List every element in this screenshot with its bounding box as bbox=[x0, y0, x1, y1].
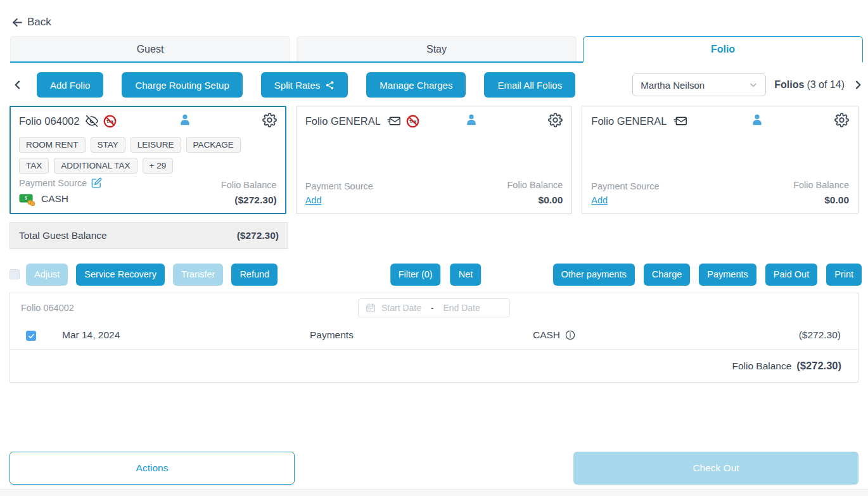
payment-source-label: Payment Source bbox=[19, 178, 87, 188]
svg-text:$: $ bbox=[25, 196, 27, 201]
guest-person-icon[interactable] bbox=[751, 113, 763, 126]
tag-package: PACKAGE bbox=[186, 137, 241, 153]
folio-cards: Folio 064002 TAX ROOM RENT bbox=[10, 106, 858, 214]
folios-label: Folios bbox=[774, 79, 804, 91]
transaction-amount: ($272.30) bbox=[799, 329, 841, 341]
payments-button[interactable]: Payments bbox=[699, 264, 756, 286]
tag-leisure: LEISURE bbox=[131, 137, 181, 153]
folio-balance-label: Folio Balance bbox=[507, 180, 563, 190]
transaction-row[interactable]: Mar 14, 2024 Payments CASH ($272.30) bbox=[10, 322, 858, 350]
print-button[interactable]: Print bbox=[826, 264, 862, 286]
transactions-table: Folio 064002 Start Date - End Date Mar 1… bbox=[10, 293, 858, 383]
total-guest-balance: Total Guest Balance ($272.30) bbox=[10, 222, 288, 249]
tag-additional-tax: ADDITIONAL TAX bbox=[54, 158, 137, 174]
total-guest-balance-label: Total Guest Balance bbox=[19, 230, 107, 241]
send-email-icon[interactable] bbox=[673, 115, 688, 127]
eye-slash-icon[interactable] bbox=[85, 115, 99, 127]
folio-card-title: Folio GENERAL bbox=[305, 115, 381, 127]
folio-card-general-1[interactable]: Folio GENERAL TAX Paym bbox=[296, 106, 573, 214]
tab-guest[interactable]: Guest bbox=[10, 36, 290, 61]
transfer-button[interactable]: Transfer bbox=[173, 264, 223, 286]
folio-card-title: Folio 064002 bbox=[19, 115, 79, 127]
select-all-checkbox[interactable] bbox=[10, 269, 20, 279]
folio-card-064002[interactable]: Folio 064002 TAX ROOM RENT bbox=[10, 106, 286, 214]
transaction-date: Mar 14, 2024 bbox=[62, 329, 120, 341]
back-button[interactable]: Back bbox=[11, 16, 51, 29]
table-folio-balance-value: ($272.30) bbox=[796, 360, 841, 372]
gear-icon[interactable] bbox=[262, 113, 277, 127]
guest-person-icon[interactable] bbox=[465, 113, 478, 126]
info-icon[interactable] bbox=[565, 330, 575, 340]
folios-counter: Folios (3 of 14) bbox=[774, 79, 845, 91]
tab-folio[interactable]: Folio bbox=[583, 36, 863, 63]
folio-balance-value: $0.00 bbox=[793, 194, 849, 206]
chevron-right-icon[interactable] bbox=[853, 79, 863, 91]
email-all-folios-button[interactable]: Email All Folios bbox=[484, 72, 575, 98]
net-button[interactable]: Net bbox=[450, 264, 482, 286]
folio-card-title: Folio GENERAL bbox=[591, 115, 667, 127]
refund-button[interactable]: Refund bbox=[231, 264, 278, 286]
no-tax-icon[interactable]: TAX bbox=[103, 115, 117, 128]
tab-stay[interactable]: Stay bbox=[297, 36, 577, 61]
share-icon bbox=[325, 80, 335, 90]
folio-balance-label: Folio Balance bbox=[793, 180, 849, 190]
check-out-button[interactable]: Check Out bbox=[573, 452, 858, 485]
paid-out-button[interactable]: Paid Out bbox=[765, 264, 817, 286]
add-payment-source-link[interactable]: Add bbox=[305, 195, 322, 205]
folio-card-general-2[interactable]: Folio GENERAL Payment Source Add bbox=[582, 106, 858, 214]
charge-button[interactable]: Charge bbox=[644, 264, 691, 286]
date-range-picker[interactable]: Start Date - End Date bbox=[358, 298, 510, 317]
gear-icon[interactable] bbox=[834, 113, 849, 127]
chevron-down-icon bbox=[749, 80, 758, 89]
payment-source-label: Payment Source bbox=[591, 181, 659, 191]
filter-button[interactable]: Filter (0) bbox=[390, 264, 441, 286]
folio-pager: Martha Neilson Folios (3 of 14) bbox=[632, 73, 863, 96]
footer-strip bbox=[0, 489, 868, 496]
tag-tax: TAX bbox=[19, 158, 49, 174]
date-separator: - bbox=[431, 303, 433, 313]
row-checkbox[interactable] bbox=[26, 331, 36, 341]
start-date-input[interactable]: Start Date bbox=[381, 303, 421, 313]
tab-bar: Guest Stay Folio bbox=[10, 36, 863, 63]
actions-button[interactable]: Actions bbox=[10, 452, 295, 485]
charge-routing-setup-button[interactable]: Charge Routing Setup bbox=[122, 72, 242, 98]
payment-source-label: Payment Source bbox=[305, 181, 373, 191]
gear-icon[interactable] bbox=[548, 113, 563, 127]
back-arrow-icon bbox=[11, 16, 23, 29]
folio-page: Back Guest Stay Folio Add Folio Charge R… bbox=[0, 0, 868, 496]
table-folio-id: Folio 064002 bbox=[21, 303, 74, 313]
adjust-button[interactable]: Adjust bbox=[26, 264, 68, 286]
guest-selector-value: Martha Neilson bbox=[641, 80, 705, 91]
tag-more-count[interactable]: + 29 bbox=[143, 158, 174, 174]
charge-code-tags: ROOM RENT STAY LEISURE PACKAGE TAX ADDIT… bbox=[19, 137, 256, 174]
back-label: Back bbox=[27, 16, 51, 29]
add-folio-button[interactable]: Add Folio bbox=[37, 72, 103, 98]
table-folio-balance-label: Folio Balance bbox=[732, 360, 791, 372]
payment-method-value: CASH bbox=[41, 193, 68, 205]
bottom-action-bar: Actions Check Out bbox=[10, 452, 858, 485]
service-recovery-button[interactable]: Service Recovery bbox=[76, 264, 165, 286]
folio-balance-value: ($272.30) bbox=[221, 194, 277, 206]
guest-person-icon[interactable] bbox=[179, 113, 191, 126]
no-tax-icon[interactable]: TAX bbox=[406, 115, 419, 128]
calendar-icon bbox=[366, 303, 376, 313]
cash-icon: $ bbox=[19, 192, 35, 206]
edit-payment-icon[interactable] bbox=[91, 177, 102, 188]
other-payments-button[interactable]: Other payments bbox=[553, 264, 635, 286]
tag-room-rent: ROOM RENT bbox=[19, 137, 86, 153]
folios-count: (3 of 14) bbox=[807, 79, 845, 91]
transaction-type: Payments bbox=[310, 329, 354, 341]
transactions-controls: Adjust Service Recovery Transfer Refund … bbox=[10, 263, 862, 286]
folio-balance-label: Folio Balance bbox=[221, 180, 277, 190]
toolbar-buttons: Add Folio Charge Routing Setup Split Rat… bbox=[37, 72, 575, 98]
add-payment-source-link[interactable]: Add bbox=[591, 195, 608, 205]
end-date-input[interactable]: End Date bbox=[443, 303, 480, 313]
split-rates-button[interactable]: Split Rates bbox=[261, 72, 348, 98]
transaction-method: CASH bbox=[533, 329, 560, 341]
tag-stay: STAY bbox=[91, 137, 125, 153]
send-email-icon[interactable] bbox=[386, 115, 402, 127]
manage-charges-button[interactable]: Manage Charges bbox=[366, 72, 466, 98]
chevron-left-icon[interactable] bbox=[13, 79, 23, 91]
folio-balance-value: $0.00 bbox=[507, 194, 563, 206]
guest-selector-dropdown[interactable]: Martha Neilson bbox=[632, 73, 766, 96]
